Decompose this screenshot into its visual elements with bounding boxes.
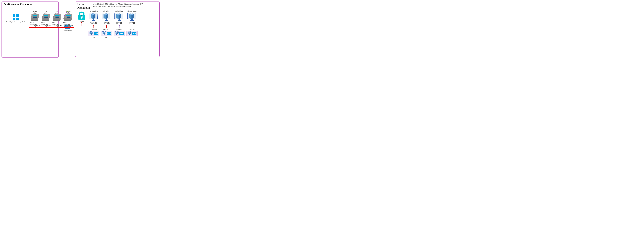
col-header-3: Split tables 2	[115, 10, 123, 12]
left-panel: On-Premises Datacenter Windows Physical …	[2, 1, 59, 58]
svg-marker-57	[93, 25, 94, 26]
export-label-2: Export files	[104, 29, 110, 30]
svg-marker-77	[106, 25, 107, 26]
public-internet-label: Public internet	[63, 29, 72, 31]
svg-rect-20	[54, 14, 61, 18]
sap-vm-row-3: SAP	[114, 31, 125, 36]
server-red-border: Top 3-5tables R3loadserver 1	[29, 10, 74, 28]
r3load-disk-2: R3loadVM 2	[103, 22, 110, 24]
col-header-4: All other tables	[128, 10, 136, 12]
r3load-vm-label-4: R3loadVM 4	[129, 22, 132, 24]
sap-monitor-3	[115, 31, 119, 35]
left-panel-title: On-Premises Datacenter	[4, 3, 57, 6]
left-content: Windows Physical server High Port VMs To…	[4, 9, 57, 28]
svg-rect-63	[91, 34, 92, 35]
sap-logo-2: SAP	[107, 32, 111, 35]
svg-rect-21	[55, 15, 60, 16]
vhd-label-3: VHD	[60, 25, 62, 26]
vhd-label-2: VHD	[48, 25, 51, 26]
server-stack-2	[42, 14, 50, 22]
svg-text:SAP: SAP	[120, 33, 124, 34]
svg-rect-8	[33, 16, 37, 17]
svg-point-75	[108, 23, 109, 23]
svg-rect-64	[90, 35, 92, 35]
vm-column-1: Top 3-5 tables	[88, 10, 99, 38]
arrow-up-4	[131, 25, 133, 28]
sap-vm-row-4: SAP	[126, 31, 138, 36]
svg-rect-14	[44, 15, 48, 16]
sap-vm-row-2: SAP	[101, 31, 112, 36]
server-label-2: R3loadserver 2	[41, 22, 45, 27]
server-group-2: Splittables 1 R3loadserver 2	[41, 11, 51, 27]
disk-icon-1	[94, 22, 97, 24]
svg-rect-3	[16, 18, 19, 20]
svg-rect-112	[131, 19, 133, 20]
vm-columns: Top 3-5 tables	[88, 10, 138, 38]
right-panel-header: Azure Datacenter Virtual Network SQL DB …	[77, 3, 158, 9]
col-header-1: Top 3-5 tables	[89, 10, 98, 12]
svg-rect-53	[92, 20, 95, 21]
r3load-disk-1: R3loadVM 1	[90, 22, 97, 24]
svg-rect-73	[105, 20, 108, 21]
vhd-icon-4: VHD	[68, 24, 73, 27]
svg-rect-29	[66, 16, 71, 17]
sap-logo-3: SAP	[120, 32, 124, 35]
svg-rect-103	[116, 34, 117, 35]
windows-logo-group: Windows Physical server High Port VMs	[4, 14, 28, 23]
vm-label-3: VM	[118, 37, 120, 38]
sap-monitor-1	[89, 31, 94, 35]
server-group-1: Top 3-5tables R3loadserver 1	[30, 11, 40, 27]
vhd-icon-2: VHD	[45, 24, 51, 27]
right-main-content: ⇕ Gateway Top 3-5 tables	[77, 10, 158, 38]
svg-point-17	[46, 25, 47, 26]
server-stack-4	[64, 14, 72, 22]
vm-label-1: VM	[92, 37, 95, 38]
diagram-wrapper: On-Premises Datacenter Windows Physical …	[0, 0, 161, 59]
vm-label-2: VM	[106, 37, 108, 38]
svg-rect-113	[130, 20, 134, 21]
svg-rect-13	[42, 14, 50, 18]
windows-label: Windows Physical server High Port VMs	[4, 21, 28, 23]
vhd-icon-1: VHD	[34, 24, 40, 27]
vm-column-3: Split tables 2 R3loadVM 3	[114, 10, 125, 38]
sap-monitor-4	[128, 31, 132, 35]
monitor-icon-3	[114, 13, 124, 21]
svg-text:SAP: SAP	[94, 33, 98, 34]
windows-icon	[12, 14, 19, 21]
svg-rect-0	[13, 14, 15, 17]
sap-monitor-2	[102, 31, 106, 35]
right-panel: Azure Datacenter Virtual Network SQL DB …	[75, 1, 160, 57]
sap-logo-1: SAP	[94, 32, 98, 35]
server-stack-1	[30, 14, 39, 22]
svg-rect-7	[33, 15, 37, 16]
svg-rect-92	[118, 19, 120, 20]
svg-point-95	[121, 23, 122, 23]
svg-point-55	[95, 23, 96, 23]
svg-rect-15	[44, 16, 48, 17]
svg-rect-1	[16, 14, 19, 17]
disk-icon-4	[133, 22, 135, 24]
server-vhd-row-2: R3loadserver 2 VHD	[41, 22, 51, 27]
r3load-vm-label-3: R3loadVM 3	[116, 22, 120, 24]
svg-marker-97	[119, 25, 120, 26]
svg-rect-83	[104, 34, 104, 35]
r3load-disk-4: R3loadVM 4	[129, 22, 135, 24]
monitor-icon-2	[102, 13, 111, 21]
note-text: Virtual Network SQL DB Servers, R3load v…	[93, 3, 144, 8]
vhd-label-1: VHD	[37, 25, 40, 26]
svg-rect-124	[129, 35, 130, 35]
server-vhd-row-1: R3loadserver 1 VHD	[30, 22, 40, 27]
export-label-4: Export files	[129, 29, 135, 30]
vhd-icon-3: VHD	[56, 24, 62, 27]
svg-rect-84	[103, 35, 105, 35]
svg-text:SAP: SAP	[133, 33, 136, 34]
server-vhd-row-4: R3loadserver 4 VHD	[63, 22, 73, 27]
svg-text:SAP: SAP	[107, 33, 111, 34]
disk-icon-2	[107, 22, 110, 24]
svg-rect-52	[93, 19, 94, 20]
sap-logo-4: SAP	[132, 32, 136, 35]
server-group-3: Splittables 2 R3loadserver 3	[52, 11, 62, 27]
monitor-icon-1	[89, 13, 98, 21]
export-label-1: Export files	[91, 29, 97, 30]
vm-column-2: Split tables 1 R3loadVM 2	[101, 10, 112, 38]
